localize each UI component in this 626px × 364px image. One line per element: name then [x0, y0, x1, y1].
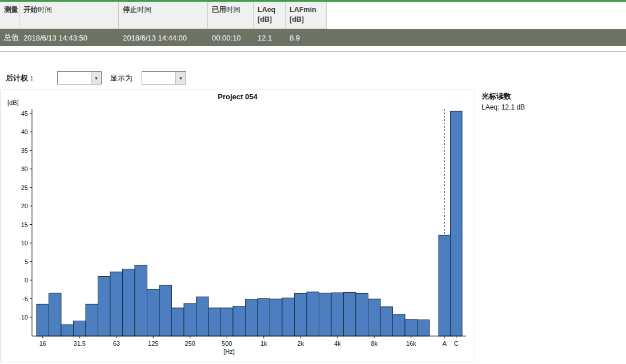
- y-tick-label: 45: [21, 110, 28, 117]
- column-header: 停止时间: [119, 2, 208, 29]
- x-tick-label: 500: [222, 340, 232, 347]
- summary-cell: 00:00:10: [208, 34, 254, 42]
- y-tick-label: 0: [25, 277, 28, 284]
- chart-panel: Project 054 454035302520151050-5-101631.…: [0, 90, 475, 362]
- page: 测量开始时间停止时间已用时间LAeq[dB]LAFmin[dB] 总值2018/…: [0, 0, 626, 364]
- freq-bar-800[interactable]: [246, 300, 258, 336]
- x-tick-label: 125: [148, 340, 158, 347]
- weighted-bar-C[interactable]: [451, 111, 463, 336]
- table-summary-row[interactable]: 总值2018/6/13 14:43:502018/6/13 14:44:0000…: [0, 29, 626, 46]
- freq-bar-1.25k[interactable]: [270, 299, 283, 336]
- freq-bar-3.15k[interactable]: [319, 293, 332, 336]
- freq-bar-12.5k[interactable]: [393, 314, 406, 336]
- freq-bar-16[interactable]: [37, 304, 49, 336]
- freq-bar-630[interactable]: [233, 306, 246, 337]
- spectrum-chart: 454035302520151050-5-101631.563125250500…: [1, 90, 475, 362]
- weighted-bar-A[interactable]: [439, 235, 451, 336]
- freq-bar-2k[interactable]: [295, 293, 307, 336]
- column-header: LAeq[dB]: [254, 2, 286, 29]
- post-weighting-label: 后计权：: [6, 73, 57, 83]
- summary-cell: 12.1: [254, 34, 286, 42]
- freq-bar-80[interactable]: [123, 269, 135, 337]
- x-tick-label: 63: [113, 340, 120, 347]
- y-tick-label: 5: [25, 258, 28, 265]
- summary-cell: 总值: [0, 33, 19, 43]
- x-tick-label: 16k: [406, 340, 416, 347]
- cursor-readout-value: LAeq: 12.1 dB: [481, 103, 619, 111]
- freq-bar-160[interactable]: [159, 285, 172, 336]
- table-header-row: 测量开始时间停止时间已用时间LAeq[dB]LAFmin[dB]: [0, 2, 327, 29]
- x-tick-label: 250: [185, 340, 195, 347]
- x-axis-unit-label: [Hz]: [223, 348, 235, 355]
- freq-bar-4k[interactable]: [331, 293, 344, 336]
- y-tick-label: 15: [21, 221, 28, 228]
- freq-bar-1k[interactable]: [258, 299, 270, 337]
- x-tick-label: 2k: [297, 340, 304, 347]
- column-header: 测量: [0, 2, 19, 29]
- y-tick-label: 10: [21, 240, 28, 246]
- y-axis-unit-label: [dB]: [7, 99, 19, 106]
- freq-bar-125[interactable]: [147, 289, 160, 336]
- x-tick-label: 8k: [371, 340, 378, 347]
- freq-bar-10k[interactable]: [380, 307, 393, 336]
- x-tick-label-A: A: [443, 340, 447, 347]
- chevron-down-icon: ▾: [91, 72, 101, 84]
- column-header: LAFmin[dB]: [286, 2, 327, 29]
- freq-bar-20k[interactable]: [418, 320, 430, 336]
- x-tick-label: 16: [39, 340, 46, 347]
- freq-bar-63[interactable]: [110, 272, 123, 336]
- chevron-down-icon: ▾: [175, 72, 186, 84]
- y-tick-label: 40: [21, 128, 28, 135]
- freq-bar-50[interactable]: [98, 277, 111, 337]
- y-tick-label: 30: [21, 165, 28, 172]
- x-tick-label: 4k: [334, 340, 341, 347]
- cursor-readout-panel: 光标读数 LAeq: 12.1 dB: [481, 91, 619, 111]
- y-tick-label: 20: [21, 203, 28, 209]
- x-tick-label: 1k: [260, 340, 267, 347]
- column-header: 开始时间: [19, 2, 119, 29]
- column-header: 已用时间: [208, 2, 254, 29]
- controls-bar: 后计权： ▾ 显示为 ▾: [6, 71, 186, 85]
- y-tick-label: -10: [19, 314, 28, 321]
- freq-bar-1.6k[interactable]: [282, 298, 295, 336]
- freq-bar-5k[interactable]: [344, 292, 356, 336]
- y-tick-label: -5: [22, 296, 28, 302]
- summary-cell: 8.9: [286, 34, 327, 42]
- freq-bar-6.3k[interactable]: [356, 293, 368, 336]
- freq-bar-400[interactable]: [208, 308, 221, 336]
- x-tick-label: 31.5: [74, 340, 86, 347]
- summary-cell: 2018/6/13 14:43:50: [19, 34, 119, 42]
- y-tick-label: 25: [21, 184, 28, 191]
- x-tick-label-C: C: [454, 340, 459, 347]
- freq-bar-100[interactable]: [135, 265, 147, 336]
- summary-cell: 2018/6/13 14:44:00: [119, 34, 208, 42]
- freq-bar-500[interactable]: [221, 308, 234, 336]
- cursor-readout-title: 光标读数: [481, 91, 619, 102]
- post-weighting-select[interactable]: ▾: [57, 71, 102, 84]
- freq-bar-20[interactable]: [49, 293, 62, 336]
- freq-bar-16k[interactable]: [405, 319, 418, 336]
- freq-bar-8k[interactable]: [368, 299, 381, 336]
- freq-bar-200[interactable]: [172, 308, 184, 336]
- display-as-label: 显示为: [110, 73, 142, 83]
- display-as-select[interactable]: ▾: [142, 71, 186, 84]
- freq-bar-2.5k[interactable]: [307, 292, 319, 336]
- freq-bar-31.5[interactable]: [74, 321, 86, 337]
- freq-bar-315[interactable]: [196, 297, 209, 336]
- freq-bar-25[interactable]: [61, 325, 74, 336]
- divider: [0, 51, 626, 52]
- freq-bar-250[interactable]: [184, 304, 196, 336]
- y-tick-label: 35: [21, 147, 28, 154]
- freq-bar-40[interactable]: [86, 304, 98, 336]
- results-table: 测量开始时间停止时间已用时间LAeq[dB]LAFmin[dB] 总值2018/…: [0, 0, 626, 46]
